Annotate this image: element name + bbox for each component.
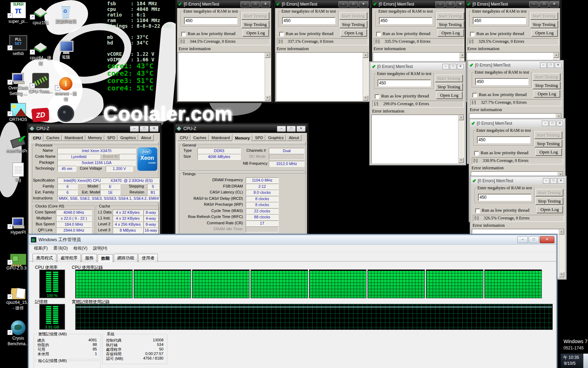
- maximize-button[interactable]: □: [549, 121, 556, 126]
- scroll-down-icon[interactable]: ▼: [265, 95, 270, 101]
- minimize-button[interactable]: –: [517, 236, 528, 243]
- close-button[interactable]: ✕: [556, 121, 563, 126]
- menu-file[interactable]: 檔案(F): [31, 245, 50, 252]
- minimize-button[interactable]: –: [130, 126, 139, 132]
- desktop-icon-computer[interactable]: 電腦: [51, 37, 81, 60]
- stop-testing-button[interactable]: Stop Testing: [534, 140, 562, 147]
- scrollbar[interactable]: ▲ ▼: [265, 53, 270, 101]
- close-button[interactable]: ✕: [296, 126, 306, 132]
- start-testing-button[interactable]: Start Testing: [436, 12, 464, 20]
- maximize-button[interactable]: □: [528, 236, 539, 243]
- tab-networking[interactable]: 網路功能: [114, 254, 138, 262]
- desktop-icon-everest[interactable]: i↗ everest - 捷 徑: [51, 74, 81, 102]
- tab-spd[interactable]: SPD: [253, 135, 266, 141]
- ram-amount-input[interactable]: [282, 17, 335, 24]
- maximize-button[interactable]: □: [450, 64, 456, 69]
- scroll-up-icon[interactable]: ▲: [460, 53, 465, 58]
- cpuz-titlebar[interactable]: CPU-Z – □ ✕: [175, 124, 307, 133]
- minimize-button[interactable]: –: [543, 178, 550, 184]
- clock-time[interactable]: 午 10:35: [563, 355, 579, 361]
- stop-testing-button[interactable]: Stop Testing: [530, 21, 558, 28]
- close-button[interactable]: ✕: [457, 64, 464, 69]
- memtest-titlebar[interactable]: ✔ [0 Errors] MemTest – □ ✕: [470, 120, 564, 128]
- memtest-titlebar[interactable]: ✔ [0 Errors] MemTest – □ ✕: [371, 63, 465, 71]
- ram-amount-input[interactable]: [478, 194, 531, 201]
- minimize-button[interactable]: –: [277, 126, 286, 132]
- low-priority-checkbox[interactable]: [376, 32, 381, 36]
- low-priority-checkbox[interactable]: [474, 151, 479, 156]
- open-log-button[interactable]: Open Log: [436, 91, 462, 99]
- close-button[interactable]: ✕: [359, 1, 368, 7]
- open-log-button[interactable]: Open Log: [534, 90, 560, 97]
- tab-graphics[interactable]: Graphics: [266, 135, 286, 141]
- scroll-up-icon[interactable]: ▲: [458, 115, 464, 120]
- close-button[interactable]: ✕: [555, 62, 561, 68]
- tab-performance[interactable]: 效能: [98, 254, 113, 263]
- clock-date[interactable]: 9/10/5: [564, 361, 575, 366]
- start-testing-button[interactable]: Start Testing: [241, 12, 269, 20]
- desktop-icon-recycle-bin[interactable]: ♻ 資源回收筒: [51, 1, 81, 24]
- tab-applications[interactable]: 應用程式: [33, 254, 56, 262]
- minimize-button[interactable]: –: [542, 121, 548, 126]
- open-log-button[interactable]: Open Log: [438, 29, 464, 36]
- close-button[interactable]: ✕: [456, 1, 465, 7]
- taskman-titlebar[interactable]: Windows 工作管理員 – □ ✕: [29, 235, 556, 245]
- open-log-button[interactable]: Open Log: [243, 29, 269, 36]
- maximize-button[interactable]: □: [251, 1, 260, 7]
- stop-testing-button[interactable]: Stop Testing: [436, 21, 464, 28]
- ram-amount-input[interactable]: [473, 17, 526, 24]
- open-log-button[interactable]: Open Log: [531, 29, 558, 36]
- ram-amount-input[interactable]: [477, 136, 530, 143]
- tab-about[interactable]: About: [286, 135, 301, 141]
- maximize-button[interactable]: □: [446, 1, 455, 7]
- low-priority-checkbox[interactable]: [375, 94, 379, 99]
- maximize-button[interactable]: □: [539, 1, 549, 7]
- memtest-titlebar[interactable]: ✔ [0 Errors] MemTest – □ ✕: [177, 0, 271, 8]
- low-priority-checkbox[interactable]: [279, 32, 284, 36]
- start-testing-button[interactable]: Start Testing: [435, 75, 463, 82]
- close-button[interactable]: ✕: [550, 1, 559, 7]
- tab-about[interactable]: About: [139, 135, 154, 141]
- start-testing-button[interactable]: Start Testing: [340, 12, 367, 20]
- scroll-up-icon[interactable]: ▲: [556, 114, 561, 119]
- start-testing-button[interactable]: Start Testing: [534, 131, 562, 139]
- low-priority-checkbox[interactable]: [470, 32, 475, 36]
- minimize-button[interactable]: –: [529, 1, 539, 7]
- close-button[interactable]: ✕: [558, 178, 564, 184]
- show-desktop-button[interactable]: [583, 354, 588, 368]
- close-button[interactable]: ✕: [540, 236, 554, 243]
- tab-processes[interactable]: 處理程序: [57, 254, 81, 262]
- tab-memory[interactable]: Memory: [233, 135, 252, 142]
- stop-testing-button[interactable]: Stop Testing: [241, 21, 269, 28]
- memtest-titlebar[interactable]: ✔ [0 Errors] MemTest – □ ✕: [372, 0, 466, 8]
- scroll-down-icon[interactable]: ▼: [363, 95, 368, 101]
- scrollbar[interactable]: ▲ ▼: [458, 115, 464, 163]
- memtest-titlebar[interactable]: ✔ [0 Errors] MemTest – □ ✕: [471, 177, 565, 185]
- minimize-button[interactable]: –: [240, 1, 250, 7]
- ram-amount-input[interactable]: [379, 17, 432, 24]
- stop-testing-button[interactable]: Stop Testing: [340, 21, 367, 28]
- close-button[interactable]: ✕: [149, 126, 159, 132]
- maximize-button[interactable]: □: [287, 126, 296, 132]
- low-priority-checkbox[interactable]: [472, 93, 477, 97]
- scroll-up-icon[interactable]: ▲: [554, 53, 559, 58]
- close-button[interactable]: ✕: [261, 1, 270, 7]
- menu-options[interactable]: 選項(O): [50, 245, 70, 252]
- memtest-titlebar[interactable]: ✔ [0 Errors] MemTest – □ ✕: [468, 61, 562, 69]
- tab-spd[interactable]: SPD: [105, 135, 118, 141]
- minimize-button[interactable]: –: [442, 64, 449, 69]
- memtest-titlebar[interactable]: ✔ [0 Errors] MemTest – □ ✕: [275, 0, 369, 8]
- scrollbar[interactable]: ▲ ▼: [363, 53, 368, 101]
- maximize-button[interactable]: □: [349, 1, 358, 7]
- tab-users[interactable]: 使用者: [138, 254, 158, 262]
- scroll-down-icon[interactable]: ▼: [559, 272, 564, 277]
- tab-memory[interactable]: Memory: [86, 135, 105, 141]
- tab-caches[interactable]: Caches: [191, 135, 209, 141]
- tab-mainboard[interactable]: Mainboard: [62, 135, 85, 141]
- scrollbar[interactable]: ▲ ▼: [559, 229, 564, 277]
- maximize-button[interactable]: □: [547, 62, 554, 68]
- stop-testing-button[interactable]: Stop Testing: [435, 83, 463, 90]
- tab-graphics[interactable]: Graphics: [118, 135, 138, 141]
- scroll-up-icon[interactable]: ▲: [265, 53, 270, 58]
- minimize-button[interactable]: –: [338, 1, 348, 7]
